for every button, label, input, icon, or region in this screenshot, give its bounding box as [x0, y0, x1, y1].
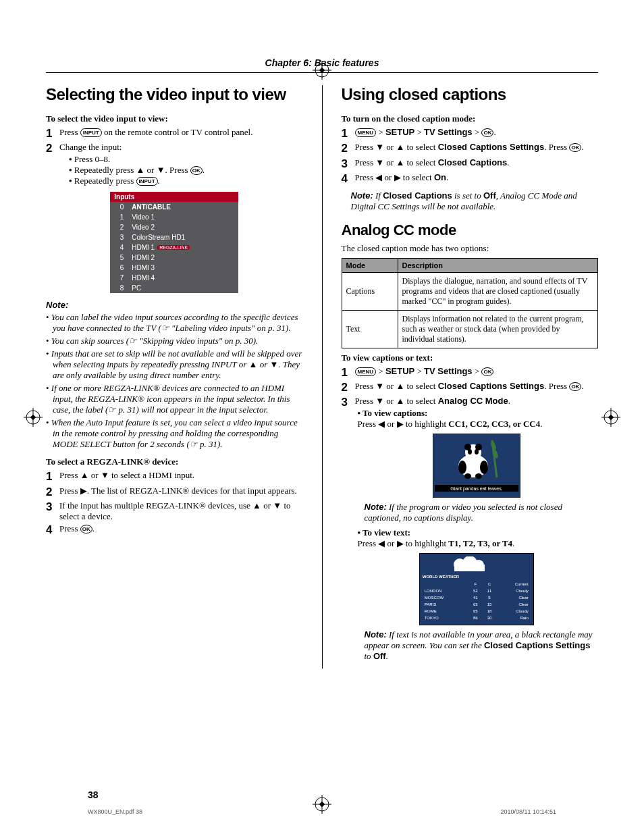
sub-item: To view text: Press ◀ or ▶ to highlight …: [358, 527, 599, 549]
inputs-osd-figure: Inputs 0ANT/CABLE 1Video 1 2Video 2 3Col…: [110, 192, 238, 293]
note-captions: Note: If the program or video you select…: [365, 502, 599, 523]
note-item: You can label the video input sources ac…: [46, 312, 303, 334]
svg-text:Giant pandas eat leaves.: Giant pandas eat leaves.: [450, 486, 502, 492]
svg-rect-7: [319, 802, 325, 807]
note-item: When the Auto Input feature is set, you …: [46, 417, 303, 450]
svg-point-24: [475, 449, 479, 454]
weather-row: LONDON5211Cloudy: [424, 588, 529, 594]
analog-sub: The closed caption mode has two options:: [342, 243, 599, 254]
regza-link-badge: REGZA-LINK: [157, 245, 190, 250]
heading-analog-cc: Analog CC mode: [342, 221, 599, 239]
svg-point-26: [480, 461, 488, 474]
ok-button-icon: OK: [190, 166, 203, 175]
steps-select-input: 1 Press INPUT on the remote control or T…: [46, 127, 303, 188]
step-4: 4Press OK.: [46, 523, 303, 537]
svg-point-27: [464, 473, 471, 479]
ok-button-icon: OK: [481, 367, 493, 376]
page: Chapter 6: Basic features Selecting the …: [0, 0, 644, 834]
inputs-row: 8PC: [110, 283, 238, 293]
inputs-row: 4HDMI 1REGZA-LINK: [110, 242, 238, 253]
step-2: 2 Change the input: Press 0–8. Repeatedl…: [46, 142, 303, 188]
sub-item: Press 0–8.: [69, 154, 303, 165]
menu-button-icon: MENU: [355, 128, 377, 137]
step-3: 3 Press ▼ or ▲ to select Analog CC Mode.…: [342, 396, 599, 666]
note-cc-off: Note: If Closed Captions is set to Off, …: [351, 190, 599, 212]
step-1: 1 MENU > SETUP > TV Settings > OK.: [342, 127, 599, 140]
lead-regza: To select a REGZA-LINK® device:: [46, 457, 303, 467]
input-button-icon: INPUT: [80, 128, 102, 137]
heading-closed-captions: Using closed captions: [342, 85, 599, 104]
crop-mark-icon: [601, 408, 620, 427]
step-2: 2 Press ▼ or ▲ to select Closed Captions…: [342, 381, 599, 394]
step-2-sub: Press 0–8. Repeatedly press ▲ or ▼. Pres…: [59, 154, 303, 186]
col-mode: Mode: [342, 258, 398, 272]
footer-left: WX800U_EN.pdf 38: [88, 808, 142, 815]
mode-table: ModeDescription CaptionsDisplays the dia…: [342, 258, 599, 348]
inputs-row: 5HDMI 2: [110, 253, 238, 263]
ok-button-icon: OK: [569, 143, 581, 152]
sub-item: To view captions: Press ◀ or ▶ to highli…: [358, 408, 599, 429]
lead-view: To view captions or text:: [342, 353, 599, 363]
notes-list: You can label the video input sources ac…: [46, 312, 303, 450]
svg-rect-35: [454, 565, 485, 571]
inputs-row: 1Video 1: [110, 212, 238, 222]
panda-figure: Giant pandas eat leaves.: [433, 434, 520, 498]
svg-rect-11: [30, 414, 36, 419]
heading-select-input: Selecting the video input to view: [46, 85, 303, 104]
weather-row: PARIS6315Clear: [424, 602, 529, 607]
inputs-header: Inputs: [110, 192, 238, 202]
lead-select-input: To select the video input to view:: [46, 113, 303, 124]
content-columns: Selecting the video input to view To sel…: [46, 85, 598, 669]
ok-button-icon: OK: [80, 525, 92, 533]
svg-point-23: [468, 449, 472, 454]
step-4: 4 Press ◀ or ▶ to select On.: [342, 172, 599, 186]
inputs-row: 7HDMI 4: [110, 273, 238, 283]
crop-mark-icon: [313, 61, 331, 80]
inputs-row: 0ANT/CABLE: [110, 202, 238, 212]
crop-mark-icon: [313, 795, 331, 814]
svg-point-25: [458, 461, 466, 474]
right-column: Using closed captions To turn on the clo…: [342, 85, 599, 669]
step-3: 3If the input has multiple REGZA-LINK® d…: [46, 500, 303, 522]
inputs-row: 2Video 2: [110, 222, 238, 232]
note-text-na: Note: If text is not available in your a…: [365, 629, 599, 662]
note-label: Note:: [46, 300, 303, 310]
footer-right: 2010/08/11 10:14:51: [500, 808, 556, 815]
note-item: Inputs that are set to skip will be not …: [46, 348, 303, 381]
step-2: 2Press ▶. The list of REGZA-LINK® device…: [46, 486, 303, 499]
ok-button-icon: OK: [569, 382, 581, 391]
input-button-icon: INPUT: [136, 177, 158, 186]
weather-row: ROME6518Cloudy: [424, 608, 529, 614]
page-number: 38: [88, 789, 99, 800]
steps-regza: 1Press ▲ or ▼ to select a HDMI input. 2P…: [46, 470, 303, 537]
note-item: You can skip sources (☞ "Skipping video …: [46, 336, 303, 346]
col-desc: Description: [398, 258, 598, 272]
menu-button-icon: MENU: [355, 367, 377, 376]
svg-rect-3: [319, 68, 325, 73]
step-1: 1 MENU > SETUP > TV Settings > OK: [342, 366, 599, 380]
note-item: If one or more REGZA-LINK® devices are c…: [46, 383, 303, 415]
lead-cc: To turn on the closed caption mode:: [342, 113, 599, 124]
column-divider: [322, 85, 323, 669]
svg-point-28: [475, 473, 482, 479]
step-1: 1Press ▲ or ▼ to select a HDMI input.: [46, 470, 303, 484]
steps-view: 1 MENU > SETUP > TV Settings > OK 2 Pres…: [342, 366, 599, 667]
sub-item: Repeatedly press ▲ or ▼. Press OK.: [69, 165, 303, 176]
table-row: TextDisplays information not related to …: [342, 310, 598, 348]
left-column: Selecting the video input to view To sel…: [46, 85, 303, 669]
weather-row: MOSCOW415Clear: [424, 595, 529, 600]
inputs-row: 3ColorStream HD1: [110, 232, 238, 242]
crop-mark-icon: [24, 408, 43, 427]
steps-cc: 1 MENU > SETUP > TV Settings > OK. 2 Pre…: [342, 127, 599, 186]
weather-figure: WORLD WEATHER FCCurrent LONDON5211Cloudy…: [419, 553, 534, 625]
ok-button-icon: OK: [481, 128, 493, 137]
inputs-row: 6HDMI 3: [110, 263, 238, 273]
weather-row: TOKYO8630Rain: [424, 615, 529, 621]
table-row: CaptionsDisplays the dialogue, narration…: [342, 272, 598, 310]
sub-item: Repeatedly press INPUT.: [69, 176, 303, 186]
step-1: 1 Press INPUT on the remote control or T…: [46, 127, 303, 140]
step-2: 2 Press ▼ or ▲ to select Closed Captions…: [342, 142, 599, 155]
step-3: 3 Press ▼ or ▲ to select Closed Captions…: [342, 157, 599, 171]
svg-rect-15: [608, 414, 614, 419]
